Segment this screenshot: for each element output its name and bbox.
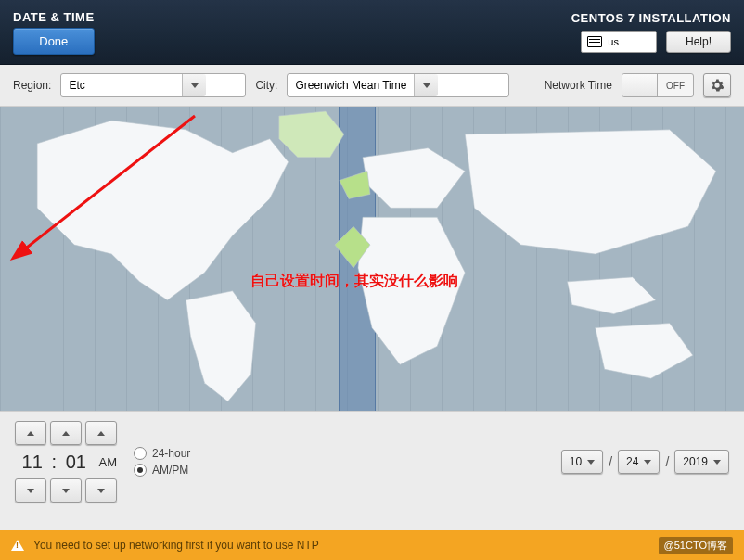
day-value: 24 <box>626 455 638 468</box>
chevron-down-icon <box>27 489 34 493</box>
hours-up-button[interactable] <box>15 421 46 445</box>
chevron-down-icon <box>644 460 651 465</box>
chevron-up-icon <box>62 431 70 436</box>
keyboard-layout-indicator[interactable]: us <box>581 31 657 53</box>
switch-knob <box>622 74 658 96</box>
chevron-down-icon <box>191 83 199 88</box>
day-dropdown[interactable]: 24 <box>618 450 660 474</box>
region-label: Region: <box>13 79 51 92</box>
warning-icon <box>11 540 24 551</box>
keyboard-layout-text: us <box>608 36 619 47</box>
hours-value: 11 <box>15 452 49 473</box>
ampm-down-button[interactable] <box>85 478 117 503</box>
chevron-down-icon <box>423 83 430 88</box>
hours-down-button[interactable] <box>15 478 46 503</box>
keyboard-icon <box>587 36 602 47</box>
region-combobox[interactable]: Etc <box>60 73 246 97</box>
city-combobox-arrow[interactable] <box>414 74 438 96</box>
city-value: Greenwich Mean Time <box>288 74 414 96</box>
minutes-value: 01 <box>58 452 93 473</box>
done-button[interactable]: Done <box>13 28 95 55</box>
ampm-up-button[interactable] <box>85 421 117 445</box>
chevron-down-icon <box>62 489 70 493</box>
radio-ampm-label: AM/PM <box>152 464 188 477</box>
header-left: DATE & TIME Done <box>13 10 95 55</box>
timezone-map[interactable]: 自己设置时间，其实没什么影响 <box>0 106 744 412</box>
radio-24hour-label: 24-hour <box>152 447 190 460</box>
time-spinner-group: 11 : 01 AM <box>15 421 117 503</box>
network-time-settings-button[interactable] <box>703 73 731 97</box>
chevron-down-icon <box>97 489 105 493</box>
date-separator: / <box>609 454 612 469</box>
header-right-row: us Help! <box>581 31 731 53</box>
radio-icon <box>134 447 147 460</box>
month-dropdown[interactable]: 10 <box>561 450 603 474</box>
network-time-switch[interactable]: OFF <box>622 73 694 97</box>
date-separator: / <box>665 454 669 469</box>
gear-icon <box>711 79 724 92</box>
warning-text: You need to set up networking first if y… <box>33 539 319 552</box>
bottom-controls: 11 : 01 AM 24-hour AM/PM 10 / 24 / 2019 <box>0 412 744 512</box>
city-label: City: <box>255 79 277 92</box>
date-picker-group: 10 / 24 / 2019 <box>561 450 729 474</box>
header-right: CENTOS 7 INSTALLATION us Help! <box>571 11 731 53</box>
time-colon: : <box>51 452 57 473</box>
header-bar: DATE & TIME Done CENTOS 7 INSTALLATION u… <box>0 0 744 65</box>
month-value: 10 <box>570 455 582 468</box>
location-row: Region: Etc City: Greenwich Mean Time Ne… <box>0 65 744 106</box>
time-display: 11 : 01 AM <box>15 452 117 473</box>
watermark: @51CTO博客 <box>659 537 733 554</box>
year-value: 2019 <box>683 455 708 468</box>
product-title: CENTOS 7 INSTALLATION <box>571 11 731 25</box>
switch-state: OFF <box>658 74 693 96</box>
radio-icon <box>134 464 147 477</box>
chevron-up-icon <box>27 431 34 436</box>
time-format-group: 24-hour AM/PM <box>134 447 190 477</box>
warning-bar: You need to set up networking first if y… <box>0 530 744 560</box>
world-map-svg <box>0 107 744 411</box>
chevron-down-icon <box>587 460 595 465</box>
annotation-text: 自己设置时间，其实没什么影响 <box>250 272 458 291</box>
radio-ampm[interactable]: AM/PM <box>134 464 190 477</box>
minutes-down-button[interactable] <box>50 478 82 503</box>
year-dropdown[interactable]: 2019 <box>674 450 729 474</box>
help-button[interactable]: Help! <box>666 31 731 53</box>
city-combobox[interactable]: Greenwich Mean Time <box>287 73 509 97</box>
region-combobox-arrow[interactable] <box>182 74 206 96</box>
radio-24hour[interactable]: 24-hour <box>134 447 190 460</box>
region-value: Etc <box>61 74 182 96</box>
minutes-up-button[interactable] <box>50 421 82 445</box>
network-time-label: Network Time <box>545 79 612 92</box>
chevron-down-icon <box>713 460 721 465</box>
chevron-up-icon <box>97 431 105 436</box>
spoke-title: DATE & TIME <box>13 10 95 24</box>
ampm-value: AM <box>99 455 118 469</box>
